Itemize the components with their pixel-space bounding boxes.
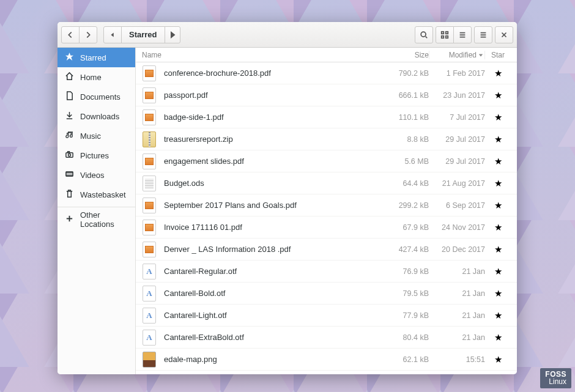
file-modified: 21 Jan bbox=[429, 267, 485, 276]
file-modified: 29 Jul 2017 bbox=[429, 135, 485, 144]
file-row[interactable]: badge-side-1.pdf110.1 kB7 Jul 2017★ bbox=[136, 106, 517, 128]
star-toggle[interactable]: ★ bbox=[485, 222, 511, 233]
star-toggle[interactable]: ★ bbox=[485, 288, 511, 299]
sidebar-item-pictures[interactable]: Pictures bbox=[58, 146, 135, 165]
star-toggle[interactable]: ★ bbox=[485, 90, 511, 101]
file-row[interactable]: edale-map.png62.1 kB15:51★ bbox=[136, 349, 517, 371]
sidebar-item-starred[interactable]: Starred bbox=[58, 48, 135, 67]
forward-button[interactable] bbox=[79, 26, 97, 43]
chevron-right-icon bbox=[84, 31, 92, 39]
file-list[interactable]: conference-brochure-2018.pdf790.2 kB1 Fe… bbox=[136, 62, 517, 374]
file-row[interactable]: Cantarell-Light.otf77.9 kB21 Jan★ bbox=[136, 305, 517, 327]
col-header-name[interactable]: Name bbox=[142, 51, 388, 59]
sidebar-item-other[interactable]: Other Locations bbox=[58, 210, 135, 229]
star-toggle[interactable]: ★ bbox=[485, 354, 511, 365]
sidebar-item-label: Videos bbox=[80, 171, 105, 180]
file-row[interactable]: passport.pdf666.1 kB23 Jun 2017★ bbox=[136, 84, 517, 106]
file-size: 8.8 kB bbox=[388, 135, 429, 144]
file-type-pdf-icon bbox=[142, 242, 157, 257]
star-toggle[interactable]: ★ bbox=[485, 134, 511, 145]
file-name: engagement slides.pdf bbox=[164, 157, 388, 166]
watermark-badge: FOSS Linux bbox=[540, 368, 571, 388]
star-toggle[interactable]: ★ bbox=[485, 156, 511, 167]
close-icon bbox=[500, 31, 508, 39]
svg-point-2 bbox=[421, 32, 426, 37]
star-toggle[interactable]: ★ bbox=[485, 200, 511, 211]
view-list-button[interactable] bbox=[453, 26, 472, 43]
file-size: 76.9 kB bbox=[388, 267, 429, 276]
file-type-font-icon bbox=[142, 330, 157, 345]
sidebar-item-label: Home bbox=[80, 73, 102, 82]
star-toggle[interactable]: ★ bbox=[485, 112, 511, 123]
file-row[interactable]: engagement slides.pdf5.6 MB29 Jul 2017★ bbox=[136, 150, 517, 172]
file-row[interactable]: conference-brochure-2018.pdf790.2 kB1 Fe… bbox=[136, 62, 517, 84]
sidebar-item-label: Music bbox=[80, 131, 101, 141]
file-name: badge-side-1.pdf bbox=[164, 113, 388, 122]
download-icon bbox=[65, 111, 74, 122]
file-row[interactable]: Invoice 171116 01.pdf67.9 kB24 Nov 2017★ bbox=[136, 216, 517, 239]
view-grid-button[interactable] bbox=[436, 26, 454, 43]
file-modified: 15:51 bbox=[429, 355, 485, 364]
file-row[interactable]: Cantarell-Regular.otf76.9 kB21 Jan★ bbox=[136, 261, 517, 283]
sidebar-item-downloads[interactable]: Downloads bbox=[58, 106, 135, 126]
file-modified: 29 Jul 2017 bbox=[429, 157, 485, 166]
star-toggle[interactable]: ★ bbox=[485, 332, 511, 343]
file-row[interactable]: Denver _ LAS Information 2018 .pdf427.4 … bbox=[136, 239, 517, 261]
svg-rect-7 bbox=[446, 35, 448, 38]
nav-back-forward bbox=[61, 26, 97, 43]
svg-marker-1 bbox=[171, 31, 176, 39]
file-name: September 2017 Plans and Goals.pdf bbox=[164, 201, 388, 210]
headerbar: Starred bbox=[58, 22, 517, 48]
path-segment-current[interactable]: Starred bbox=[121, 26, 165, 43]
file-name: conference-brochure-2018.pdf bbox=[164, 68, 388, 78]
file-type-pdf-icon bbox=[142, 154, 157, 169]
col-header-size[interactable]: Size bbox=[388, 51, 429, 59]
file-size: 62.1 kB bbox=[388, 355, 429, 364]
file-row[interactable]: Cantarell-Bold.otf79.5 kB21 Jan★ bbox=[136, 283, 517, 305]
triangle-left-icon bbox=[108, 31, 117, 39]
home-icon bbox=[65, 72, 74, 83]
path-next-button[interactable] bbox=[165, 26, 180, 43]
file-modified: 23 Jun 2017 bbox=[429, 91, 485, 100]
file-type-img-icon bbox=[142, 352, 157, 367]
search-button[interactable] bbox=[415, 26, 433, 43]
file-size: 5.6 MB bbox=[388, 157, 429, 166]
file-manager-window: Starred StarredHomeDocumentsDownloadsMus… bbox=[58, 22, 517, 374]
file-name: Cantarell-Bold.otf bbox=[164, 289, 388, 298]
sidebar-item-label: Documents bbox=[80, 92, 121, 102]
file-modified: 21 Jan bbox=[429, 311, 485, 320]
trash-icon bbox=[65, 189, 74, 200]
star-toggle[interactable]: ★ bbox=[485, 68, 511, 79]
file-row[interactable]: September 2017 Plans and Goals.pdf299.2 … bbox=[136, 194, 517, 216]
file-row[interactable]: treasurersreport.zip8.8 kB29 Jul 2017★ bbox=[136, 128, 517, 150]
star-toggle[interactable]: ★ bbox=[485, 178, 511, 189]
file-modified: 20 Dec 2017 bbox=[429, 245, 485, 254]
file-name: passport.pdf bbox=[164, 91, 388, 100]
file-size: 666.1 kB bbox=[388, 91, 429, 100]
sidebar-item-music[interactable]: Music bbox=[58, 126, 135, 146]
sidebar-item-home[interactable]: Home bbox=[58, 67, 135, 87]
sidebar-item-videos[interactable]: Videos bbox=[58, 165, 135, 185]
file-size: 64.4 kB bbox=[388, 179, 429, 188]
path-prev-button[interactable] bbox=[103, 26, 122, 43]
file-row[interactable]: Cantarell-ExtraBold.otf80.4 kB21 Jan★ bbox=[136, 327, 517, 349]
star-toggle[interactable]: ★ bbox=[485, 310, 511, 321]
file-name: Invoice 171116 01.pdf bbox=[164, 223, 388, 232]
hamburger-menu-button[interactable] bbox=[474, 26, 492, 43]
file-type-pdf-icon bbox=[142, 88, 157, 103]
sidebar-item-wastebasket[interactable]: Wastebasket bbox=[58, 185, 135, 204]
file-modified: 1 Feb 2017 bbox=[429, 69, 485, 78]
file-type-font-icon bbox=[142, 286, 157, 301]
sidebar-item-documents[interactable]: Documents bbox=[58, 87, 135, 106]
file-row[interactable]: Budget.ods64.4 kB21 Aug 2017★ bbox=[136, 172, 517, 194]
file-type-font-icon bbox=[142, 264, 157, 279]
close-button[interactable] bbox=[495, 26, 513, 43]
svg-rect-6 bbox=[442, 35, 444, 38]
star-toggle[interactable]: ★ bbox=[485, 266, 511, 277]
col-header-modified[interactable]: Modified bbox=[429, 51, 485, 59]
triangle-right-icon bbox=[165, 28, 180, 42]
svg-marker-25 bbox=[479, 54, 483, 56]
star-toggle[interactable]: ★ bbox=[485, 244, 511, 255]
back-button[interactable] bbox=[61, 26, 80, 43]
col-header-star[interactable]: Star bbox=[485, 51, 511, 59]
